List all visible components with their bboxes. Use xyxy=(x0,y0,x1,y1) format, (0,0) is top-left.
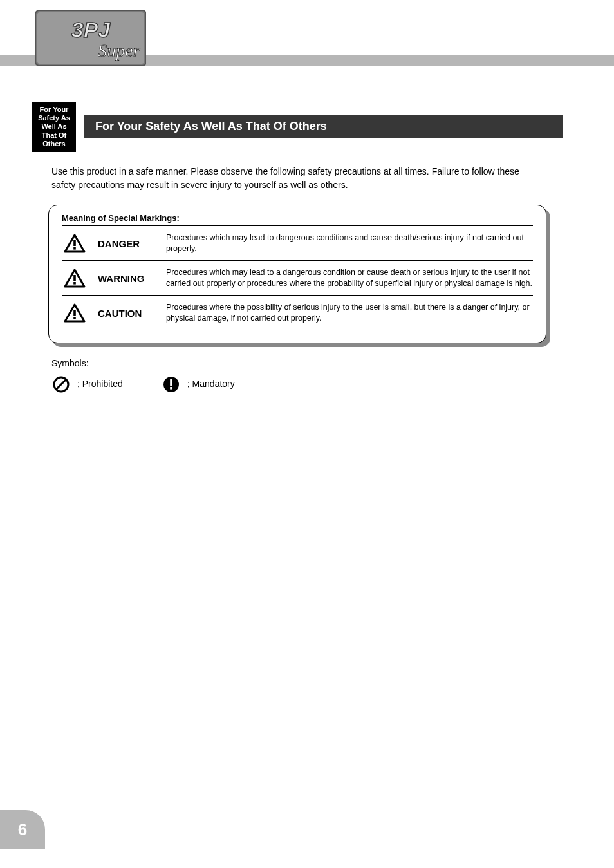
intro-paragraph: Use this product in a safe manner. Pleas… xyxy=(51,165,543,192)
svg-rect-14 xyxy=(170,379,172,386)
svg-rect-9 xyxy=(73,310,76,316)
safety-label-danger: DANGER xyxy=(98,238,156,249)
svg-rect-5 xyxy=(73,240,76,246)
svg-text:Super: Super xyxy=(98,41,140,61)
page-number: 6 xyxy=(0,810,45,849)
prohibited-icon xyxy=(51,375,71,393)
safety-label-warning: WARNING xyxy=(98,273,156,284)
svg-text:3PJ: 3PJ xyxy=(71,17,111,42)
section-title: For Your Safety As Well As That Of Other… xyxy=(84,115,563,138)
sidebar-tab: For Your Safety As Well As That Of Other… xyxy=(32,102,76,152)
symbol-legend: Symbols: ; Prohibited ; Mandatory xyxy=(51,356,543,393)
legend-intro: Symbols: xyxy=(51,358,89,368)
sidebar-tab-text: For Your Safety As Well As That Of Other… xyxy=(33,106,75,148)
legend-prohibited: ; Prohibited xyxy=(77,377,123,392)
svg-rect-15 xyxy=(170,387,172,390)
mandatory-icon xyxy=(162,375,181,393)
safety-label-caution: CAUTION xyxy=(98,308,156,319)
safety-desc-danger: Procedures which may lead to dangerous c… xyxy=(166,232,533,255)
safety-row-caution: CAUTION Procedures where the possibility… xyxy=(62,295,533,330)
safety-box: Meaning of Special Markings: DANGER Proc… xyxy=(48,205,546,343)
svg-rect-7 xyxy=(73,275,76,281)
legend-mandatory: ; Mandatory xyxy=(187,377,235,392)
safety-row-danger: DANGER Procedures which may lead to dang… xyxy=(62,225,533,260)
safety-desc-caution: Procedures where the possibility of seri… xyxy=(166,302,533,325)
svg-rect-8 xyxy=(73,282,76,285)
safety-row-warning: WARNING Procedures which may lead to a d… xyxy=(62,260,533,295)
safety-desc-warning: Procedures which may lead to a dangerous… xyxy=(166,267,533,290)
svg-rect-6 xyxy=(73,247,76,250)
warning-triangle-icon xyxy=(62,269,88,288)
safety-box-header: Meaning of Special Markings: xyxy=(62,213,533,223)
svg-rect-10 xyxy=(73,317,76,319)
svg-line-12 xyxy=(57,379,66,389)
warning-triangle-icon xyxy=(62,234,88,253)
product-logo: 3PJ Super xyxy=(35,10,146,66)
warning-triangle-icon xyxy=(62,303,88,323)
